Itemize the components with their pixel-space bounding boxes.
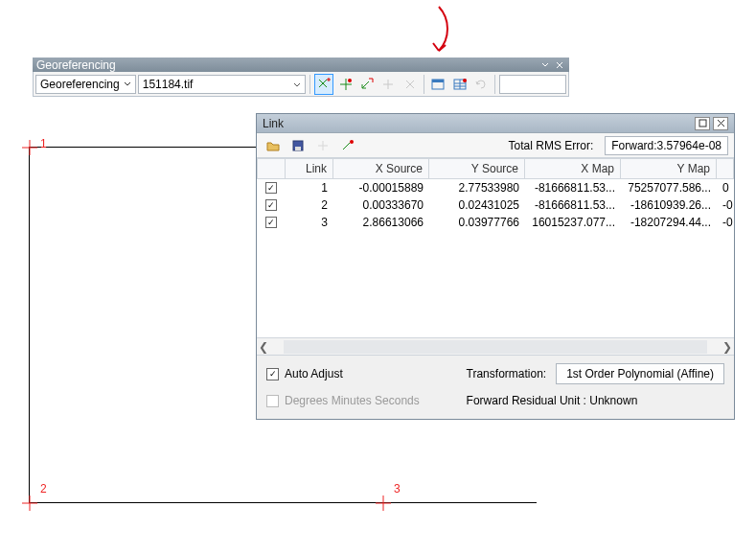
georeferencing-toolbar: Georeferencing Georeferencing 151184.tif (33, 58, 569, 97)
link-toolbar: Total RMS Error: Forward:3.57964e-08 (257, 133, 734, 158)
row-checkbox[interactable]: ✓ (265, 217, 277, 228)
zoom-to-link-icon (380, 77, 396, 92)
delete-link-tool-button[interactable] (337, 135, 358, 156)
viewer-window-icon (430, 77, 446, 92)
crosshair-icon (20, 494, 39, 513)
cell-res: 0 (717, 181, 734, 195)
row-checkbox[interactable]: ✓ (265, 182, 277, 194)
control-point-label: 3 (394, 482, 401, 495)
horizontal-scrollbar[interactable]: ❮ ❯ (257, 337, 734, 355)
table-row[interactable]: ✓ 1 -0.00015889 2.77533980 -81666811.53.… (257, 179, 734, 196)
separator (309, 75, 310, 94)
col-xsource[interactable]: X Source (333, 158, 429, 179)
link-window: Link Total RMS E (256, 113, 735, 420)
col-link[interactable]: Link (286, 158, 333, 179)
cell-ysource: 0.03977766 (429, 216, 525, 229)
layer-combo[interactable]: 151184.tif (138, 75, 306, 94)
add-control-points-button[interactable] (314, 74, 333, 95)
cell-res: -0 (717, 198, 734, 212)
georeferencing-menu[interactable]: Georeferencing (35, 75, 136, 94)
add-control-points-icon (316, 77, 332, 92)
cell-res: -0 (717, 216, 734, 229)
rms-error-value: Forward:3.57964e-08 (605, 136, 728, 155)
link-footer: ✓ Auto Adjust Transformation: 1st Order … (257, 356, 734, 419)
maximize-icon (699, 119, 707, 127)
delete-link-button (401, 74, 420, 95)
dms-checkbox (266, 395, 279, 407)
chevron-down-icon (293, 78, 301, 91)
cell-ysource: 0.02431025 (429, 198, 525, 212)
link-table-icon (452, 77, 468, 92)
close-icon[interactable] (553, 59, 565, 71)
cell-xmap: -81666811.53... (525, 181, 621, 195)
table-header: Link X Source Y Source X Map Y Map (257, 158, 734, 179)
cell-xsource: 0.00333670 (333, 198, 429, 212)
annotation-arrow (420, 5, 458, 62)
auto-registration-button[interactable] (335, 74, 355, 95)
dms-label: Degrees Minutes Seconds (285, 394, 420, 407)
control-point-label: 1 (40, 137, 47, 150)
raster-edge (29, 502, 537, 503)
close-button[interactable] (713, 117, 728, 130)
layer-name: 151184.tif (143, 78, 194, 91)
row-checkbox[interactable]: ✓ (265, 199, 277, 211)
control-point-label: 2 (40, 482, 47, 495)
control-point-3[interactable] (374, 494, 393, 516)
close-icon (717, 119, 725, 127)
rotate-button (471, 74, 491, 95)
table-body: ✓ 1 -0.00015889 2.77533980 -81666811.53.… (257, 179, 734, 337)
maximize-button[interactable] (695, 117, 710, 130)
scroll-left-icon[interactable]: ❮ (257, 340, 270, 354)
scroll-track[interactable] (284, 340, 707, 354)
toolbar-options-icon[interactable] (538, 59, 551, 71)
auto-registration-icon (338, 77, 354, 92)
svg-line-7 (362, 81, 369, 88)
cell-xmap: -81666811.53... (525, 198, 621, 212)
table-row[interactable]: ✓ 3 2.86613066 0.03977766 16015237.077..… (257, 214, 734, 231)
residual-unit-label: Forward Residual Unit : Unknown (467, 394, 724, 407)
separator (424, 75, 424, 94)
auto-adjust-checkbox[interactable]: ✓ (266, 368, 279, 380)
transformation-button[interactable]: 1st Order Polynomial (Affine) (556, 363, 724, 384)
georeferencing-titlebar[interactable]: Georeferencing (33, 58, 569, 72)
raster-edge (29, 147, 30, 502)
svg-point-6 (348, 79, 352, 82)
link-window-title: Link (263, 117, 284, 130)
cell-xmap: 16015237.077... (525, 216, 621, 229)
rotation-input[interactable] (499, 75, 566, 94)
svg-point-18 (463, 79, 467, 82)
cell-link: 2 (286, 198, 333, 212)
select-link-icon (359, 77, 375, 92)
open-button[interactable] (263, 135, 284, 156)
delete-link-icon (340, 138, 355, 153)
col-check[interactable] (257, 158, 286, 179)
svg-line-30 (343, 143, 350, 150)
control-point-1[interactable] (20, 138, 39, 160)
svg-rect-27 (295, 147, 301, 150)
cell-ymap: -18610939.26... (621, 198, 717, 212)
viewer-window-button[interactable] (428, 74, 447, 95)
svg-rect-25 (699, 120, 706, 127)
georeferencing-title: Georeferencing (36, 58, 116, 72)
col-ysource[interactable]: Y Source (429, 158, 525, 179)
separator (494, 75, 495, 94)
link-table: Link X Source Y Source X Map Y Map ✓ 1 -… (257, 158, 734, 356)
open-icon (265, 138, 281, 153)
crosshair-icon (374, 494, 393, 513)
select-link-button[interactable] (357, 74, 377, 95)
auto-adjust-label: Auto Adjust (285, 367, 343, 380)
scroll-right-icon[interactable]: ❯ (721, 340, 734, 354)
link-table-button[interactable] (449, 74, 469, 95)
crosshair-icon (20, 138, 39, 157)
rotate-icon (473, 77, 489, 92)
svg-point-31 (350, 140, 354, 144)
cell-link: 3 (286, 216, 333, 229)
link-titlebar[interactable]: Link (257, 114, 734, 133)
col-residual[interactable] (717, 158, 734, 179)
table-row[interactable]: ✓ 2 0.00333670 0.02431025 -81666811.53..… (257, 196, 734, 214)
chevron-down-icon (124, 81, 131, 87)
col-xmap[interactable]: X Map (525, 158, 621, 179)
col-ymap[interactable]: Y Map (621, 158, 717, 179)
control-point-2[interactable] (20, 494, 39, 516)
save-button[interactable] (287, 135, 309, 156)
